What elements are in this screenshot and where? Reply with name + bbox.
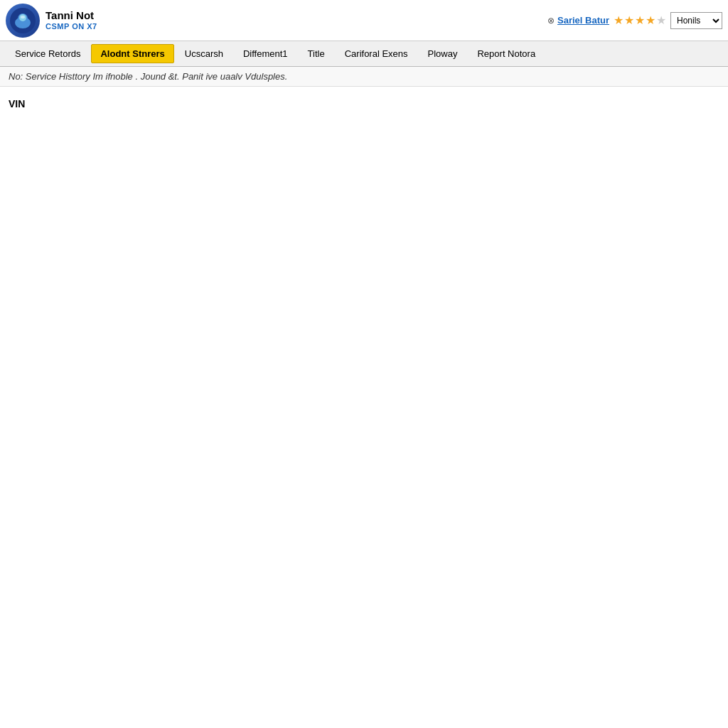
info-bar: No: Service Histtory Im ifnoble . Jound … [0, 67, 728, 87]
nav-ploway[interactable]: Ploway [419, 44, 467, 63]
vin-label: VIN [9, 98, 25, 109]
nav-bar: Service Retords Alodnt Stnrers Ucscarsh … [0, 41, 728, 67]
brand-sub: CSMP ON X7 [46, 22, 97, 31]
close-icon[interactable]: ⊗ [547, 16, 555, 26]
brand-text: Tanni Not CSMP ON X7 [46, 9, 97, 31]
svg-point-4 [21, 16, 25, 18]
user-name[interactable]: Sariel Batur [557, 15, 609, 26]
nav-cariforal-exens[interactable]: Cariforal Exens [336, 44, 417, 63]
header-left: Tanni Not CSMP ON X7 [6, 4, 97, 38]
star-1-icon: ★ [614, 14, 623, 27]
nav-diffement1[interactable]: Diffement1 [234, 44, 297, 63]
nav-service-retords[interactable]: Service Retords [6, 44, 90, 63]
main-content: VIN [0, 87, 728, 121]
header-right: ⊗ Sariel Batur ★ ★ ★ ★ ★ Honils Option2 … [547, 12, 722, 29]
user-info: ⊗ Sariel Batur [547, 15, 609, 26]
nav-alodnt-stnrers[interactable]: Alodnt Stnrers [91, 44, 173, 63]
star-3-icon: ★ [635, 14, 645, 27]
info-message: No: Service Histtory Im ifnoble . Jound … [9, 71, 287, 82]
star-2-icon: ★ [624, 14, 634, 27]
star-5-icon: ★ [656, 14, 666, 27]
logo-icon [6, 4, 40, 38]
nav-title[interactable]: Title [299, 44, 334, 63]
star-4-icon: ★ [646, 14, 655, 27]
nav-ucscarsh[interactable]: Ucscarsh [176, 44, 232, 63]
star-rating: ★ ★ ★ ★ ★ [614, 14, 666, 27]
nav-report-notora[interactable]: Report Notora [468, 44, 545, 63]
options-dropdown[interactable]: Honils Option2 Option3 [670, 12, 722, 29]
brand-name: Tanni Not [46, 9, 97, 22]
header: Tanni Not CSMP ON X7 ⊗ Sariel Batur ★ ★ … [0, 0, 728, 41]
